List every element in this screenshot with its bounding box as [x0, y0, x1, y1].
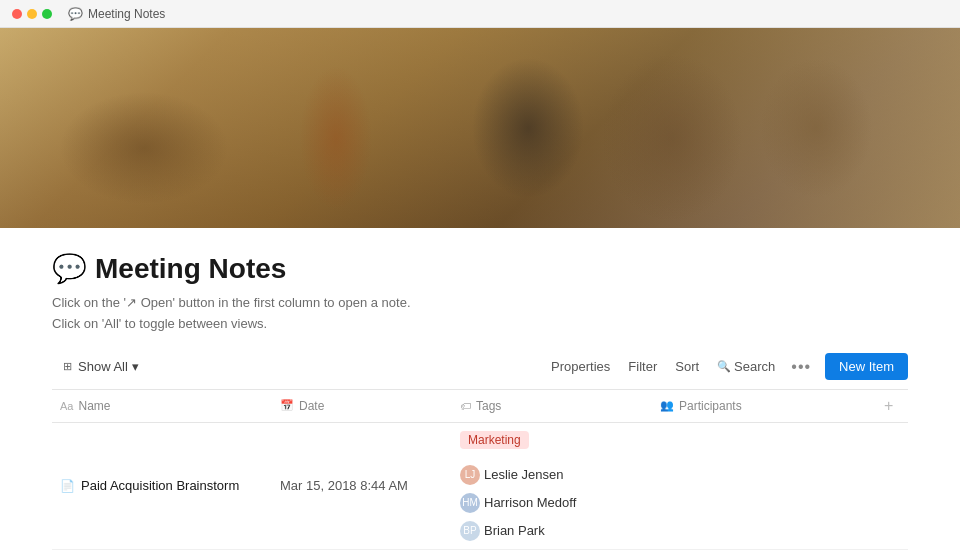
name-col-icon: Aa: [60, 400, 73, 412]
tags-col-label: Tags: [476, 399, 501, 413]
sort-button[interactable]: Sort: [667, 354, 707, 379]
window-title-text: Meeting Notes: [88, 7, 165, 21]
toolbar: ⊞ Show All ▾ Properties Filter Sort 🔍 Se…: [0, 353, 960, 381]
col-header-date: 📅 Date: [272, 389, 452, 422]
close-dot[interactable]: [12, 9, 22, 19]
avatar: HM: [460, 493, 480, 513]
table-icon: ⊞: [60, 360, 74, 374]
page-title-text: Meeting Notes: [95, 253, 286, 285]
minimize-dot[interactable]: [27, 9, 37, 19]
chevron-down-icon: ▾: [132, 359, 139, 374]
properties-label: Properties: [551, 359, 610, 374]
sort-label: Sort: [675, 359, 699, 374]
participant: BPBrian Park: [460, 521, 545, 541]
window-icon: 💬: [68, 7, 83, 21]
tag-badge: Marketing: [460, 431, 529, 449]
participant: LJLeslie Jensen: [460, 465, 564, 485]
page-title-area: 💬 Meeting Notes Click on the '↗ Open' bu…: [0, 228, 960, 335]
properties-button[interactable]: Properties: [543, 354, 618, 379]
page-title: 💬 Meeting Notes: [52, 252, 908, 285]
window-bar: 💬 Meeting Notes: [0, 0, 960, 28]
date-col-icon: 📅: [280, 399, 294, 412]
table-header-row: Aa Name 📅 Date 🏷 Tags: [52, 389, 908, 422]
header-image-overlay: [0, 28, 960, 228]
avatar: BP: [460, 521, 480, 541]
page-title-icon: 💬: [52, 252, 87, 285]
name-col-label: Name: [78, 399, 110, 413]
row-name: Paid Acquisition Brainstorm: [81, 478, 239, 493]
show-all-label: Show All: [78, 359, 128, 374]
table-row[interactable]: 📄Paid Acquisition BrainstormMar 15, 2018…: [52, 422, 908, 549]
avatar: LJ: [460, 465, 480, 485]
page-subtitle: Click on the '↗ Open' button in the firs…: [52, 293, 908, 335]
subtitle-line1: Click on the '↗ Open' button in the firs…: [52, 295, 411, 310]
window-controls: [12, 9, 52, 19]
toolbar-right: Properties Filter Sort 🔍 Search ••• New …: [543, 353, 908, 381]
participants-cell: LJLeslie JensenHMHarrison MedoffBPBrian …: [452, 457, 652, 549]
filter-button[interactable]: Filter: [620, 354, 665, 379]
search-icon: 🔍: [717, 360, 731, 373]
col-header-add[interactable]: +: [876, 389, 908, 422]
participant-name: Brian Park: [484, 523, 545, 538]
window-title: 💬 Meeting Notes: [68, 7, 165, 21]
search-button[interactable]: 🔍 Search: [709, 354, 783, 379]
date-cell: Mar 15, 2018 8:44 AM: [272, 422, 452, 549]
date-col-label: Date: [299, 399, 324, 413]
new-item-button[interactable]: New Item: [825, 353, 908, 380]
row-action-cell: [652, 422, 876, 549]
col-header-name: Aa Name: [52, 389, 272, 422]
tags-cell: Marketing: [452, 423, 652, 457]
more-button[interactable]: •••: [785, 353, 817, 381]
participants-col-icon: 👥: [660, 399, 674, 412]
subtitle-line2: Click on 'All' to toggle between views.: [52, 316, 267, 331]
participants-col-label: Participants: [679, 399, 742, 413]
participant-name: Harrison Medoff: [484, 495, 576, 510]
show-all-button[interactable]: ⊞ Show All ▾: [52, 355, 147, 378]
tags-col-icon: 🏷: [460, 400, 471, 412]
name-cell: 📄Paid Acquisition Brainstorm: [52, 422, 272, 549]
col-header-participants: 👥 Participants: [652, 389, 876, 422]
header-image: [0, 28, 960, 228]
table-container: Aa Name 📅 Date 🏷 Tags: [0, 389, 960, 552]
maximize-dot[interactable]: [42, 9, 52, 19]
main-table: Aa Name 📅 Date 🏷 Tags: [52, 389, 908, 552]
col-header-tags: 🏷 Tags: [452, 389, 652, 422]
doc-icon: 📄: [60, 479, 75, 493]
search-label: Search: [734, 359, 775, 374]
add-col-icon[interactable]: +: [884, 397, 893, 414]
filter-label: Filter: [628, 359, 657, 374]
table-body: 📄Paid Acquisition BrainstormMar 15, 2018…: [52, 422, 908, 552]
participant: HMHarrison Medoff: [460, 493, 576, 513]
participant-name: Leslie Jensen: [484, 467, 564, 482]
